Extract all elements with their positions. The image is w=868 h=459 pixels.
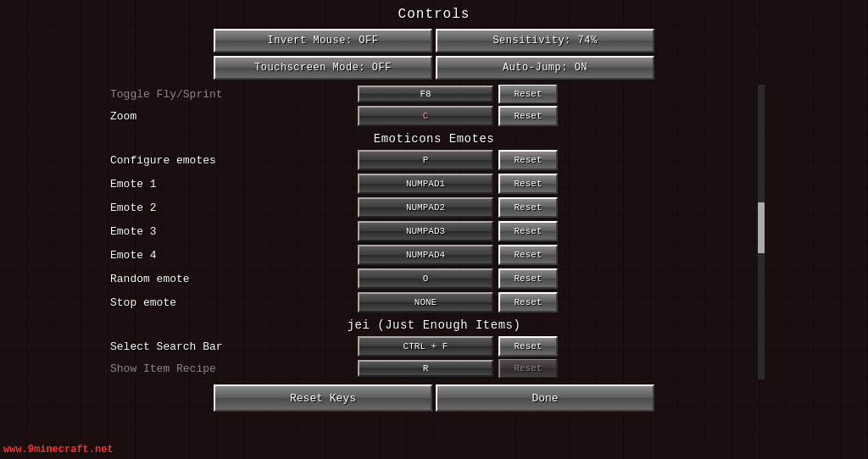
zoom-row: Zoom C Reset — [103, 105, 765, 127]
configure-emotes-reset[interactable]: Reset — [498, 150, 558, 170]
page-title: Controls — [398, 7, 470, 22]
emote3-reset[interactable]: Reset — [498, 221, 558, 241]
watermark-prefix: www. — [3, 444, 28, 456]
random-emote-row: Random emote O Reset — [103, 268, 765, 290]
emote2-row: Emote 2 NUMPAD2 Reset — [103, 196, 765, 218]
select-search-bar-reset[interactable]: Reset — [498, 336, 558, 357]
emote4-label: Emote 4 — [103, 249, 358, 262]
partial-key[interactable]: F8 — [358, 86, 493, 102]
partial-top-row: Toggle Fly/Sprint F8 Reset — [103, 85, 765, 103]
jei-section-title: jei (Just Enough Items) — [103, 318, 765, 332]
show-item-recipe-row: Show Item Recipe R Reset — [103, 359, 765, 378]
emote1-label: Emote 1 — [103, 178, 358, 191]
watermark-suffix: .net — [89, 444, 114, 456]
partial-reset-button[interactable]: Reset — [498, 85, 558, 103]
configure-emotes-key[interactable]: P — [358, 150, 493, 170]
sensitivity-button[interactable]: Sensitivity: 74% — [436, 29, 654, 53]
select-search-bar-key[interactable]: CTRL + F — [358, 336, 493, 357]
zoom-label: Zoom — [103, 110, 358, 123]
watermark: www.9minecraft.net — [3, 444, 114, 456]
bottom-buttons: Reset Keys Done — [214, 384, 654, 412]
scrollbar-thumb[interactable] — [758, 202, 765, 253]
reset-keys-button[interactable]: Reset Keys — [214, 384, 432, 412]
emote3-key[interactable]: NUMPAD3 — [358, 221, 493, 241]
select-search-bar-row: Select Search Bar CTRL + F Reset — [103, 335, 765, 357]
random-emote-reset[interactable]: Reset — [498, 268, 558, 289]
main-container: Controls Invert Mouse: OFF Sensitivity: … — [0, 0, 868, 459]
touchscreen-button[interactable]: Touchscreen Mode: OFF — [214, 56, 432, 80]
scrollable-area: Toggle Fly/Sprint F8 Reset Zoom C Reset … — [103, 85, 765, 379]
emote2-reset[interactable]: Reset — [498, 197, 558, 218]
watermark-brand: 9minecraft — [28, 444, 89, 456]
stop-emote-key[interactable]: NONE — [358, 292, 493, 312]
emote2-label: Emote 2 — [103, 202, 358, 214]
partial-label: Toggle Fly/Sprint — [103, 88, 358, 101]
show-item-recipe-reset[interactable]: Reset — [498, 359, 558, 378]
zoom-reset-button[interactable]: Reset — [498, 106, 558, 126]
random-emote-key[interactable]: O — [358, 268, 493, 289]
configure-emotes-row: Configure emotes P Reset — [103, 149, 765, 171]
emote4-row: Emote 4 NUMPAD4 Reset — [103, 244, 765, 266]
emote1-reset[interactable]: Reset — [498, 174, 558, 194]
emote1-key[interactable]: NUMPAD1 — [358, 174, 493, 194]
autojump-button[interactable]: Auto-Jump: ON — [436, 56, 654, 80]
emote3-label: Emote 3 — [103, 225, 358, 238]
top-buttons: Invert Mouse: OFF Sensitivity: 74% Touch… — [214, 29, 654, 80]
stop-emote-reset[interactable]: Reset — [498, 292, 558, 312]
show-item-recipe-label: Show Item Recipe — [103, 362, 358, 375]
top-button-row-1: Invert Mouse: OFF Sensitivity: 74% — [214, 29, 654, 53]
emote4-key[interactable]: NUMPAD4 — [358, 245, 493, 265]
emote3-row: Emote 3 NUMPAD3 Reset — [103, 220, 765, 242]
emote4-reset[interactable]: Reset — [498, 245, 558, 265]
zoom-key[interactable]: C — [358, 106, 493, 126]
configure-emotes-label: Configure emotes — [103, 154, 358, 167]
emote2-key[interactable]: NUMPAD2 — [358, 197, 493, 218]
select-search-bar-label: Select Search Bar — [103, 340, 358, 353]
emote1-row: Emote 1 NUMPAD1 Reset — [103, 173, 765, 195]
stop-emote-row: Stop emote NONE Reset — [103, 291, 765, 313]
show-item-recipe-key[interactable]: R — [358, 360, 493, 377]
done-button[interactable]: Done — [436, 384, 654, 412]
top-button-row-2: Touchscreen Mode: OFF Auto-Jump: ON — [214, 56, 654, 80]
scrollbar[interactable] — [758, 85, 765, 379]
invert-mouse-button[interactable]: Invert Mouse: OFF — [214, 29, 432, 53]
stop-emote-label: Stop emote — [103, 296, 358, 309]
emoticons-section-title: Emoticons Emotes — [103, 132, 765, 146]
random-emote-label: Random emote — [103, 273, 358, 285]
